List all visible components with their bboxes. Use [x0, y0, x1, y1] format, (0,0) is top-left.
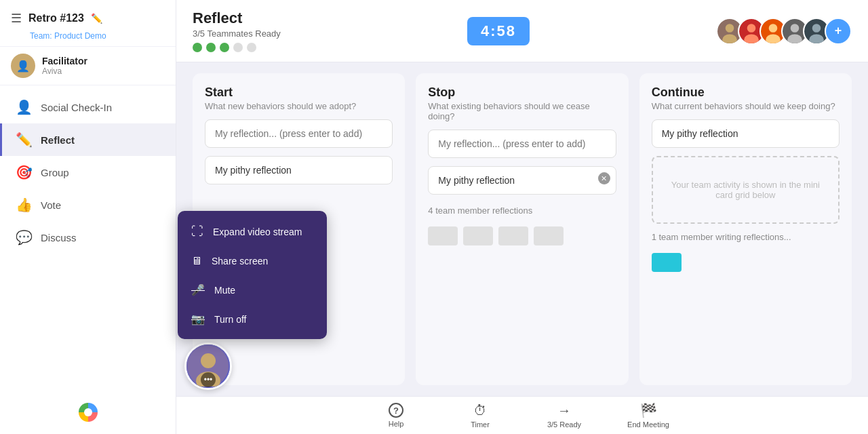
edit-icon[interactable]: ✏️ [91, 13, 102, 24]
nav-label-discuss: Discuss [41, 232, 77, 243]
help-button[interactable]: ? Help [374, 403, 418, 428]
turn-off-item[interactable]: 📷 Turn off [178, 304, 327, 334]
nav-label-vote: Vote [41, 199, 61, 211]
stop-team-count: 4 team member reflections [428, 205, 616, 216]
video-menu-button[interactable]: ••• [201, 372, 216, 387]
stop-mini-card-1 [428, 226, 458, 245]
svg-point-2 [726, 24, 734, 33]
facilitator-info: Facilitator Aviva [42, 56, 87, 76]
ready-label: 3/5 Ready [547, 420, 581, 429]
help-label: Help [389, 420, 404, 428]
continue-mini-cards [652, 253, 840, 272]
three-dots-icon: ••• [204, 375, 213, 384]
continue-writing-status: 1 team member writing reflections... [652, 232, 840, 242]
header-left: Reflect 3/5 Teammates Ready [193, 9, 281, 52]
facilitator-role: Aviva [42, 66, 87, 76]
share-screen-label: Share screen [212, 256, 268, 267]
end-meeting-button[interactable]: 🏁 End Meeting [627, 402, 670, 429]
dot-1 [193, 43, 202, 52]
expand-video-label: Expand video stream [213, 226, 302, 237]
sidebar-item-vote[interactable]: 👍 Vote [0, 189, 176, 221]
stop-mini-cards [428, 226, 616, 245]
stop-reflection-input[interactable] [428, 130, 616, 158]
stop-reflection-item: My pithy reflection ✕ [428, 166, 616, 195]
start-reflection-input[interactable] [205, 119, 393, 148]
continue-card-title: Continue What current behaviors should w… [652, 85, 840, 111]
nav-label-social-check-in: Social Check-In [41, 102, 112, 113]
person-icon: 👤 [16, 99, 33, 115]
sidebar-logo [0, 391, 176, 434]
ready-status: 3/5 Teammates Ready [193, 28, 281, 39]
bottom-bar: ? Help ⏱ Timer → 3/5 Ready 🏁 End Meeting [176, 396, 868, 434]
mute-icon: 🎤 [191, 283, 205, 296]
stop-mini-card-3 [498, 226, 528, 245]
flag-icon: 🏁 [640, 402, 657, 418]
svg-point-11 [791, 24, 800, 33]
page-title: Reflect [193, 9, 281, 27]
discuss-icon: 💬 [16, 229, 33, 245]
svg-point-17 [201, 353, 216, 368]
sidebar-header: ☰ Retro #123 ✏️ [0, 0, 176, 31]
expand-video-icon: ⛶ [191, 224, 203, 239]
svg-point-3 [722, 34, 737, 45]
continue-card: Continue What current behaviors should w… [639, 73, 852, 385]
svg-point-6 [744, 34, 759, 45]
nav-label-reflect: Reflect [41, 134, 75, 146]
dot-5 [247, 43, 256, 52]
share-screen-item[interactable]: 🖥 Share screen [178, 247, 327, 275]
start-card-title: Start What new behaviors should we adopt… [205, 85, 393, 111]
expand-video-item[interactable]: ⛶ Expand video stream [178, 216, 327, 247]
sidebar-item-discuss[interactable]: 💬 Discuss [0, 221, 176, 254]
stop-reflection-close-button[interactable]: ✕ [598, 172, 610, 184]
help-icon: ? [389, 403, 403, 418]
nav-label-group: Group [41, 167, 69, 178]
svg-point-9 [766, 34, 781, 45]
vote-icon: 👍 [16, 197, 33, 213]
dot-4 [233, 43, 243, 52]
add-participant-button[interactable]: + [825, 18, 852, 45]
timer-button[interactable]: ⏱ Timer [458, 403, 502, 429]
svg-point-12 [787, 34, 802, 45]
timer-display: 4:58 [467, 17, 530, 45]
nav-items: 👤 Social Check-In ✏️ Reflect 🎯 Group 👍 V… [0, 85, 176, 391]
continue-reflection-input[interactable] [652, 119, 840, 148]
group-icon: 🎯 [16, 164, 33, 180]
share-screen-icon: 🖥 [191, 255, 202, 267]
facilitator-row: 👤 Facilitator Aviva [0, 46, 176, 85]
turn-off-label: Turn off [214, 314, 246, 325]
stop-mini-card-4 [534, 226, 564, 245]
pen-icon: ✏️ [16, 132, 33, 148]
facilitator-name: Facilitator [42, 56, 87, 66]
timer-label: Timer [471, 420, 490, 429]
svg-point-8 [769, 24, 778, 33]
dot-2 [206, 43, 216, 52]
hamburger-icon[interactable]: ☰ [11, 11, 22, 26]
svg-point-0 [84, 408, 92, 416]
stop-mini-card-2 [463, 226, 493, 245]
sidebar-item-group[interactable]: 🎯 Group [0, 156, 176, 189]
progress-dots [193, 43, 281, 52]
team-activity-box: Your team activity is shown in the mini … [652, 156, 840, 224]
facilitator-avatar: 👤 [11, 54, 35, 78]
video-section: ⛶ Expand video stream 🖥 Share screen 🎤 M… [184, 342, 232, 390]
team-label: Team: Product Demo [30, 31, 176, 41]
context-menu: ⛶ Expand video stream 🖥 Share screen 🎤 M… [178, 211, 327, 339]
stop-card-title: Stop What existing behaviors should we c… [428, 85, 616, 121]
turn-off-icon: 📷 [191, 313, 205, 326]
mute-item[interactable]: 🎤 Mute [178, 275, 327, 304]
svg-point-14 [812, 24, 821, 33]
avatar-group: + [716, 18, 852, 45]
svg-point-5 [747, 24, 756, 33]
ready-button[interactable]: → 3/5 Ready [542, 403, 586, 429]
sidebar-item-social-check-in[interactable]: 👤 Social Check-In [0, 91, 176, 123]
dot-3 [220, 43, 229, 52]
timer-icon: ⏱ [473, 403, 487, 418]
stop-card: Stop What existing behaviors should we c… [416, 73, 628, 385]
main-header: Reflect 3/5 Teammates Ready 4:58 [176, 0, 868, 62]
svg-point-15 [809, 34, 824, 45]
app-title: Retro #123 [28, 12, 84, 24]
sidebar-item-reflect[interactable]: ✏️ Reflect [0, 123, 176, 156]
logo-icon [77, 401, 99, 423]
sidebar: ☰ Retro #123 ✏️ Team: Product Demo 👤 Fac… [0, 0, 176, 434]
continue-mini-card-1 [652, 253, 682, 272]
